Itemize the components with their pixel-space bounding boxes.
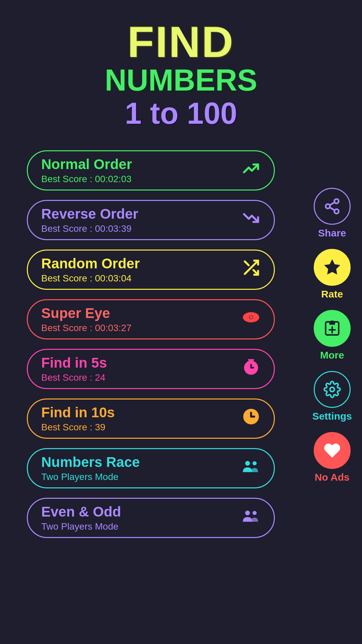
- numbers-race-title: Numbers Race: [41, 454, 235, 470]
- timer-icon: [242, 358, 260, 381]
- reverse-order-text: Reverse Order Best Score : 00:03:39: [41, 206, 235, 234]
- normal-order-button[interactable]: Normal Order Best Score : 00:02:03: [27, 150, 275, 191]
- svg-line-2: [245, 261, 249, 265]
- svg-point-13: [252, 511, 256, 515]
- svg-line-18: [329, 202, 335, 205]
- menu-area: Normal Order Best Score : 00:02:03 Rever…: [27, 150, 295, 538]
- numbers-race-text: Numbers Race Two Players Mode: [41, 454, 235, 482]
- title-area: FIND NUMBERS 1 to 100: [105, 20, 257, 130]
- find-10s-score: Best Score : 39: [41, 422, 235, 433]
- title-numbers: NUMBERS: [105, 64, 257, 97]
- find-5s-text: Find in 5s Best Score : 24: [41, 355, 235, 383]
- title-range: 1 to 100: [105, 97, 257, 130]
- numbers-race-button[interactable]: Numbers Race Two Players Mode: [27, 448, 275, 488]
- clock-icon: [242, 407, 260, 430]
- side-buttons: Share Rate More Setting: [312, 188, 352, 483]
- no-ads-circle: [314, 432, 351, 469]
- normal-order-score: Best Score : 00:02:03: [41, 174, 235, 184]
- random-order-button[interactable]: Random Order Best Score : 00:03:04: [27, 250, 275, 290]
- random-order-title: Random Order: [41, 256, 235, 272]
- svg-marker-19: [325, 260, 339, 274]
- share-label: Share: [318, 227, 346, 239]
- people-icon-evenodd: [242, 506, 260, 530]
- reverse-order-title: Reverse Order: [41, 206, 235, 222]
- even-odd-title: Even & Odd: [41, 504, 235, 520]
- svg-point-23: [330, 387, 334, 392]
- even-odd-button[interactable]: Even & Odd Two Players Mode: [27, 498, 275, 538]
- super-eye-button[interactable]: Super Eye Best Score : 00:03:27: [27, 299, 275, 339]
- no-ads-label: No Ads: [315, 472, 350, 483]
- svg-point-10: [245, 461, 250, 466]
- svg-point-11: [252, 461, 256, 465]
- find-10s-button[interactable]: Find in 10s Best Score : 39: [27, 398, 275, 439]
- trending-up-icon: [242, 159, 260, 182]
- super-eye-score: Best Score : 00:03:27: [41, 323, 235, 333]
- svg-point-12: [245, 511, 250, 515]
- title-find: FIND: [105, 20, 257, 64]
- share-circle: [314, 188, 351, 225]
- numbers-race-mode: Two Players Mode: [41, 472, 235, 482]
- random-order-score: Best Score : 00:03:04: [41, 273, 235, 284]
- more-label: More: [320, 350, 344, 361]
- find-5s-score: Best Score : 24: [41, 372, 235, 383]
- settings-button[interactable]: Settings: [312, 371, 352, 422]
- normal-order-text: Normal Order Best Score : 00:02:03: [41, 156, 235, 184]
- people-icon-race: [242, 457, 260, 480]
- share-button[interactable]: Share: [314, 188, 351, 239]
- rate-circle: [314, 249, 351, 286]
- svg-point-5: [250, 316, 252, 318]
- rate-button[interactable]: Rate: [314, 249, 351, 300]
- settings-circle: [314, 371, 351, 408]
- random-order-text: Random Order Best Score : 00:03:04: [41, 256, 235, 284]
- reverse-order-button[interactable]: Reverse Order Best Score : 00:03:39: [27, 200, 275, 240]
- super-eye-title: Super Eye: [41, 305, 235, 321]
- even-odd-mode: Two Players Mode: [41, 521, 235, 532]
- settings-label: Settings: [312, 411, 352, 422]
- reverse-order-score: Best Score : 00:03:39: [41, 223, 235, 234]
- svg-line-17: [329, 207, 335, 210]
- trending-down-icon: [242, 209, 260, 232]
- eye-icon: [242, 308, 260, 331]
- rate-label: Rate: [321, 288, 343, 300]
- normal-order-title: Normal Order: [41, 156, 235, 172]
- no-ads-button[interactable]: No Ads: [314, 432, 351, 483]
- find-5s-button[interactable]: Find in 5s Best Score : 24: [27, 349, 275, 389]
- super-eye-text: Super Eye Best Score : 00:03:27: [41, 305, 235, 333]
- shuffle-icon: [242, 258, 260, 281]
- find-10s-title: Find in 10s: [41, 405, 235, 421]
- more-circle: [314, 310, 351, 347]
- find-5s-title: Find in 5s: [41, 355, 235, 371]
- find-10s-text: Find in 10s Best Score : 39: [41, 405, 235, 433]
- more-button[interactable]: More: [314, 310, 351, 361]
- even-odd-text: Even & Odd Two Players Mode: [41, 504, 235, 532]
